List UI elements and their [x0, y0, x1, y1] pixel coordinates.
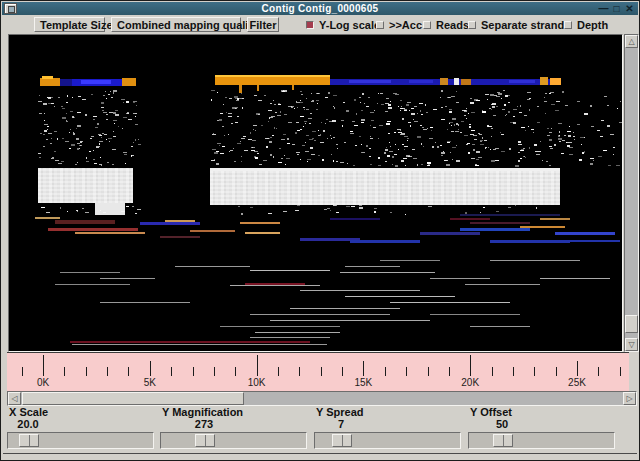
checkbox-indicator[interactable]: [468, 21, 476, 29]
canvas-frame: [8, 34, 623, 352]
checkbox-acc[interactable]: >>Acc: [376, 17, 422, 32]
minimize-icon[interactable]: —: [598, 3, 609, 14]
checkbox-indicator[interactable]: [423, 21, 431, 29]
filter-button[interactable]: Filter: [247, 17, 279, 32]
y-offset-slider[interactable]: [468, 432, 615, 449]
x-scale-slider[interactable]: [7, 432, 154, 449]
slider-thumb[interactable]: [332, 434, 352, 447]
close-icon[interactable]: ✕: [624, 3, 635, 14]
ruler-tick-label: 5K: [144, 377, 156, 388]
window-menu-icon[interactable]: [4, 3, 17, 14]
maximize-icon[interactable]: □: [611, 3, 622, 14]
checkbox-separate-strands[interactable]: Separate strands: [468, 17, 570, 32]
scroll-left-icon[interactable]: ◁: [8, 392, 21, 405]
y-magnification-value: 273: [195, 418, 213, 430]
y-magnification-slider[interactable]: [160, 432, 307, 449]
ruler-tick-label: 25K: [568, 377, 586, 388]
ruler-tick-label: 20K: [461, 377, 479, 388]
checkbox-y-log-scale[interactable]: Y-Log scale: [306, 17, 380, 32]
checkbox-indicator[interactable]: [376, 21, 384, 29]
slider-thumb[interactable]: [19, 434, 39, 447]
y-spread-label: Y Spread: [316, 406, 364, 418]
template-size-menu[interactable]: Template Size: [34, 17, 105, 32]
title-bar[interactable]: Contig Contig_0000605 — □ ✕: [2, 2, 638, 15]
horizontal-scrollbar-thumb[interactable]: [22, 392, 244, 405]
app-window: Contig Contig_0000605 — □ ✕ Template Siz…: [0, 0, 640, 461]
y-offset-value: 50: [496, 418, 508, 430]
y-magnification-control: Y Magnification 273: [160, 405, 307, 451]
scroll-right-icon[interactable]: ▷: [623, 392, 636, 405]
y-magnification-label: Y Magnification: [162, 406, 243, 418]
scroll-up-icon[interactable]: △: [625, 35, 638, 48]
slider-thumb[interactable]: [195, 434, 215, 447]
y-spread-value: 7: [338, 418, 344, 430]
y-spread-control: Y Spread 7: [314, 405, 461, 451]
checkbox-indicator[interactable]: [306, 21, 314, 29]
checkbox-reads[interactable]: Reads: [423, 17, 469, 32]
checkbox-indicator[interactable]: [564, 21, 572, 29]
vertical-scrollbar-thumb[interactable]: [625, 315, 638, 333]
template-size-label: Template Size: [40, 19, 113, 31]
slider-thumb[interactable]: [493, 434, 513, 447]
y-offset-label: Y Offset: [470, 406, 512, 418]
ruler-tick-label: 10K: [248, 377, 266, 388]
y-offset-control: Y Offset 50: [468, 405, 615, 451]
ruler-tick-label: 15K: [354, 377, 372, 388]
y-spread-slider[interactable]: [314, 432, 461, 449]
scroll-down-icon[interactable]: ▽: [625, 338, 638, 351]
vertical-scrollbar[interactable]: △ ▽: [624, 34, 639, 352]
ruler-tick-label: 0K: [37, 377, 49, 388]
checkbox-depth[interactable]: Depth: [564, 17, 608, 32]
mapping-quality-label: Combined mapping quality: [117, 19, 258, 31]
x-scale-label: X Scale: [9, 406, 48, 418]
x-scale-control: X Scale 20.0: [7, 405, 154, 451]
content-bottom-edge: [3, 453, 637, 454]
mapping-quality-menu[interactable]: Combined mapping quality: [111, 17, 241, 32]
ruler-canvas[interactable]: 0K5K10K15K20K25K: [7, 352, 629, 391]
x-scale-value: 20.0: [17, 418, 38, 430]
window-title: Contig Contig_0000605: [2, 2, 638, 15]
template-canvas[interactable]: [9, 35, 622, 351]
horizontal-scrollbar[interactable]: ◁ ▷: [7, 391, 637, 406]
